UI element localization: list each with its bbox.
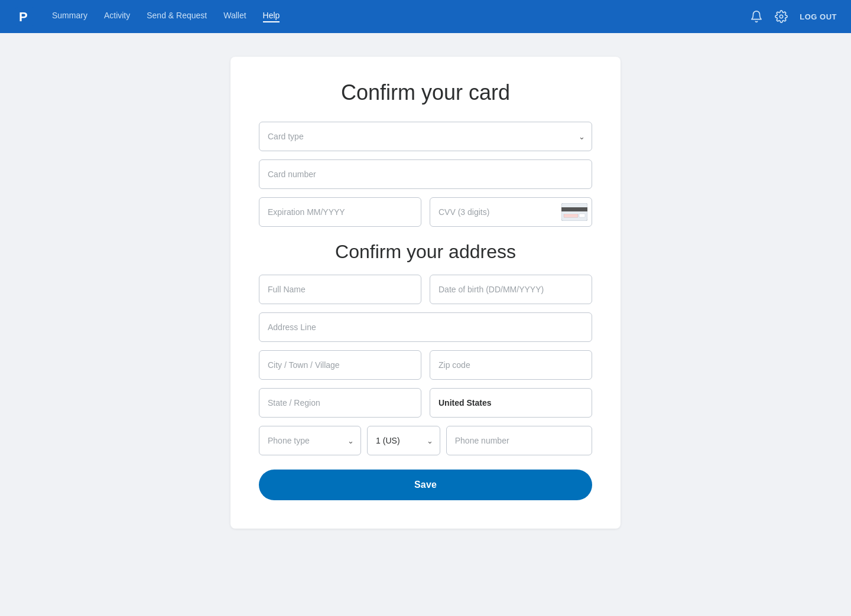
full-name-input[interactable] (259, 275, 421, 304)
form-container: Confirm your card Card type Visa Masterc… (230, 57, 621, 529)
main-content: Confirm your card Card type Visa Masterc… (0, 33, 851, 564)
nav-wallet[interactable]: Wallet (223, 11, 246, 22)
state-input[interactable] (259, 388, 421, 418)
svg-text:P: P (19, 9, 28, 24)
phone-code-select[interactable]: 1 (US) 44 (UK) 91 (IN) (367, 426, 440, 455)
phone-type-select[interactable]: Phone type Mobile Home Work (259, 426, 361, 455)
phone-type-wrapper: Phone type Mobile Home Work ⌄ (259, 426, 361, 455)
country-input[interactable] (430, 388, 592, 418)
name-dob-row (259, 275, 592, 304)
card-section-title: Confirm your card (259, 80, 592, 105)
svg-rect-9 (564, 217, 578, 217)
address-line-input[interactable] (259, 312, 592, 342)
full-name-wrapper (259, 275, 421, 304)
cvv-card-icon (561, 203, 587, 221)
card-type-wrapper: Card type Visa Mastercard American Expre… (259, 122, 592, 151)
zip-wrapper (430, 350, 592, 380)
dob-wrapper (430, 275, 592, 304)
card-type-select[interactable]: Card type Visa Mastercard American Expre… (259, 122, 592, 151)
address-line-wrapper (259, 312, 592, 342)
settings-button[interactable] (775, 10, 788, 23)
nav-send-request[interactable]: Send & Request (147, 11, 207, 22)
nav-help[interactable]: Help (263, 11, 280, 22)
zip-input[interactable] (430, 350, 592, 380)
card-number-input[interactable] (259, 159, 592, 189)
svg-point-2 (780, 15, 784, 18)
card-number-row (259, 159, 592, 189)
gear-icon (775, 10, 788, 23)
svg-rect-7 (564, 214, 578, 215)
svg-rect-4 (561, 207, 587, 211)
city-wrapper (259, 350, 421, 380)
svg-rect-6 (579, 214, 585, 217)
navigation: P Summary Activity Send & Request Wallet… (0, 0, 851, 33)
expiry-cvv-row (259, 197, 592, 227)
state-wrapper (259, 388, 421, 418)
nav-actions: LOG OUT (750, 10, 837, 23)
expiration-wrapper (259, 197, 421, 227)
phone-number-input[interactable] (446, 426, 592, 455)
state-country-row (259, 388, 592, 418)
svg-rect-8 (564, 216, 578, 216)
paypal-logo: P (14, 6, 35, 27)
phone-code-wrapper: 1 (US) 44 (UK) 91 (IN) ⌄ (367, 426, 440, 455)
city-input[interactable] (259, 350, 421, 380)
address-row (259, 312, 592, 342)
address-section-title: Confirm your address (259, 241, 592, 263)
svg-rect-3 (561, 203, 587, 221)
expiration-input[interactable] (259, 197, 421, 227)
nav-summary[interactable]: Summary (52, 11, 87, 22)
card-type-row: Card type Visa Mastercard American Expre… (259, 122, 592, 151)
city-zip-row (259, 350, 592, 380)
nav-activity[interactable]: Activity (104, 11, 130, 22)
bell-icon (750, 10, 763, 23)
card-number-wrapper (259, 159, 592, 189)
phone-number-wrapper (446, 426, 592, 455)
phone-row: Phone type Mobile Home Work ⌄ 1 (US) 44 … (259, 426, 592, 455)
country-wrapper (430, 388, 592, 418)
notifications-button[interactable] (750, 10, 763, 23)
cvv-wrapper (430, 197, 592, 227)
logout-button[interactable]: LOG OUT (800, 12, 837, 21)
dob-input[interactable] (430, 275, 592, 304)
save-button[interactable]: Save (259, 470, 592, 500)
nav-links: Summary Activity Send & Request Wallet H… (52, 11, 750, 22)
